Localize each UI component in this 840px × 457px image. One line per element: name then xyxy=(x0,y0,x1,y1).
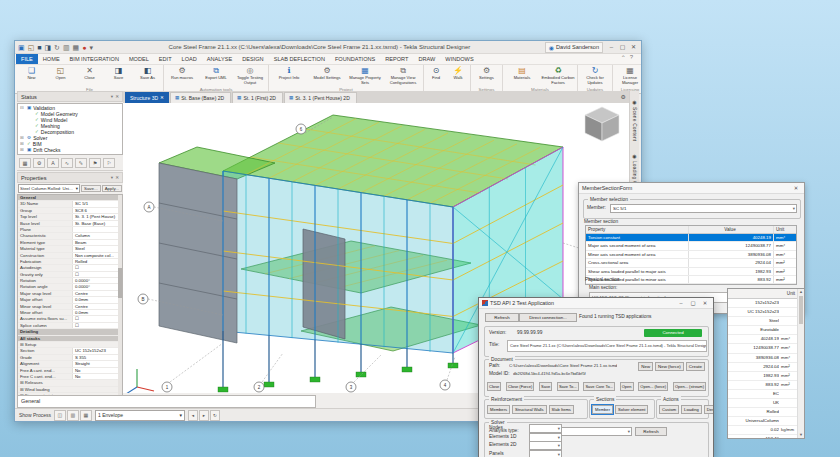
property-value[interactable]: Non composite col... xyxy=(73,253,122,258)
tree-expander-icon[interactable]: ⊞ xyxy=(20,147,25,153)
ribbon-tab[interactable]: BIM INTEGRATION xyxy=(65,54,124,64)
section-property-row[interactable]: 3890936.08 mm⁴ xyxy=(728,354,798,363)
section-property-row[interactable]: EC xyxy=(728,390,798,399)
property-value[interactable]: No xyxy=(73,368,122,373)
status-tree-item[interactable]: ⊞ ▣ Drift Checks xyxy=(18,147,122,153)
tree-expander-icon[interactable]: ⊟ xyxy=(20,105,25,111)
quick-access-icon[interactable]: ● xyxy=(81,42,87,53)
quick-access-icon[interactable]: ↻ xyxy=(53,42,61,53)
view-tab[interactable]: ▦ Structure 3D ✕ xyxy=(125,92,169,103)
status-bar-icon[interactable]: ▦ xyxy=(80,410,92,421)
minimize-button[interactable]: – xyxy=(606,42,617,52)
document-button[interactable]: New (force) xyxy=(655,362,684,371)
table-row[interactable]: Cross-sectional area 2924.04 mm² xyxy=(586,259,796,267)
ribbon-button[interactable]: ⧉ Manage View Configurations xyxy=(385,66,421,85)
ribbon-button[interactable]: ⚙ Settings xyxy=(473,66,500,81)
result-set-selector[interactable]: 1 Envelope▾ xyxy=(95,410,185,421)
document-button[interactable]: Open xyxy=(620,382,634,391)
save-button[interactable]: Save... xyxy=(81,185,101,192)
section-property-row[interactable]: 0.02 kg/mm xyxy=(728,426,798,435)
ribbon-tab[interactable]: DRAW xyxy=(413,54,440,64)
property-value[interactable]: SC8 6 xyxy=(73,208,122,213)
maximize-button[interactable]: ▢ xyxy=(617,42,628,52)
ribbon-tab[interactable]: HOME xyxy=(38,54,65,64)
table-row[interactable]: Torsion constant 40248.19 mm⁴ xyxy=(586,234,796,242)
document-button[interactable]: New xyxy=(638,362,653,371)
ribbon-tab[interactable]: FILE xyxy=(16,54,38,64)
document-button[interactable]: Save Core To... xyxy=(583,382,615,391)
actions-button[interactable]: Loading xyxy=(681,405,702,414)
show-process-label[interactable]: Show Process xyxy=(19,412,51,418)
panel-toolbar-icon[interactable]: ⚐ xyxy=(103,158,115,168)
property-value[interactable]: 0.0000° xyxy=(73,284,122,289)
quick-access-icon[interactable]: ◱ xyxy=(27,42,36,53)
property-value[interactable]: 0.0mm xyxy=(73,297,122,302)
document-button[interactable]: Close (Force) xyxy=(506,382,534,391)
quick-access-icon[interactable]: ▥ xyxy=(62,42,71,53)
ribbon-button[interactable]: ⚙ Model Settings xyxy=(309,66,345,81)
document-button[interactable]: Save To... xyxy=(557,382,579,391)
sections-button[interactable]: Member xyxy=(592,405,613,414)
ribbon-tab[interactable]: FOUNDATIONS xyxy=(330,54,380,64)
apply-button[interactable]: Apply... xyxy=(102,185,122,192)
refresh-button[interactable]: Refresh xyxy=(485,313,519,322)
document-button[interactable]: Open... (stream) xyxy=(673,382,706,391)
property-value[interactable]: St. 3. 1 (Pent House) xyxy=(73,214,122,219)
member-selector[interactable]: SC 5/1 ▾ xyxy=(610,204,797,213)
panel-toolbar-icon[interactable]: A xyxy=(47,158,59,168)
property-value[interactable]: ☐ xyxy=(73,316,122,321)
actions-button[interactable]: Custom xyxy=(659,405,679,414)
ribbon-button[interactable]: ▦ Manage Property Sets xyxy=(347,66,383,85)
panel-pin-icon[interactable]: ▾ xyxy=(111,94,113,99)
ribbon-collapse-icon[interactable]: ⌃ xyxy=(621,54,626,61)
ribbon-button[interactable]: ⚡ Walk xyxy=(448,66,468,81)
ribbon-button[interactable]: ◧ Save As xyxy=(134,66,161,81)
ribbon-tab[interactable]: MODEL xyxy=(124,54,154,64)
ribbon-button[interactable]: ▦ License Manager xyxy=(615,66,641,85)
ribbon-tab[interactable]: LOAD xyxy=(177,54,202,64)
reinforcement-button[interactable]: Slab Items xyxy=(549,405,574,414)
property-value[interactable]: St. Base (Base) xyxy=(73,221,122,226)
table-row[interactable]: Major axis second moment of area 1249003… xyxy=(586,242,796,250)
reinforcement-button[interactable]: Structural Walls xyxy=(512,405,547,414)
ribbon-button[interactable]: ⚙ Run macros xyxy=(166,66,198,81)
section-property-row[interactable]: 883.92 mm² xyxy=(728,381,798,390)
gear-icon[interactable]: ⚙ xyxy=(618,91,629,103)
msf-title-bar[interactable]: MemberSectionForm ✕ xyxy=(579,183,804,194)
ribbon-button[interactable]: ℹ Project Info xyxy=(271,66,307,81)
document-button[interactable]: Open... (force) xyxy=(638,382,668,391)
section-property-row[interactable]: 152.40 mm xyxy=(728,435,798,439)
property-value[interactable]: 0.0000° xyxy=(73,278,122,283)
properties-panel-header[interactable]: Properties ▾✕ xyxy=(17,172,123,183)
view-tab[interactable]: ▦ St. 3. 1 (Pent House) 2D xyxy=(284,92,357,103)
ribbon-button[interactable]: ⧉ Export UML xyxy=(200,66,232,81)
property-value[interactable]: UC 152x152x23 xyxy=(73,348,122,353)
ribbon-tab[interactable]: ANALYSE xyxy=(202,54,237,64)
property-grid-scrollbar[interactable] xyxy=(118,195,122,411)
section-property-row[interactable]: UK xyxy=(728,399,798,408)
reinforcement-button[interactable]: Members xyxy=(487,405,510,414)
status-panel-header[interactable]: Status ▾✕ xyxy=(17,91,123,102)
panel-toolbar-icon[interactable]: ∿ xyxy=(61,158,73,168)
ribbon-button[interactable]: ♻ Embodied Carbon Factors xyxy=(541,66,575,85)
status-nav-button[interactable]: ↻ xyxy=(210,410,220,421)
scrollbar[interactable]: ▲ ▼ xyxy=(797,289,804,438)
view-tab[interactable]: ▦ St. 1 (First) 2D xyxy=(232,92,283,103)
document-button[interactable]: Create xyxy=(686,362,705,371)
quick-access-icon[interactable]: ▣ xyxy=(17,42,26,53)
scene-content-tab[interactable]: ◉ Scene Content xyxy=(632,99,637,141)
property-value[interactable]: ☐ xyxy=(73,272,122,277)
scroll-down-icon[interactable]: ▼ xyxy=(798,432,804,438)
property-value[interactable]: 0.0mm xyxy=(73,310,122,315)
status-nav-button[interactable]: ◂ xyxy=(188,410,198,421)
section-property-row[interactable]: UC 152x152x23 xyxy=(728,308,798,317)
property-set-selector[interactable]: Steel Column Rolled: Uni...▾ xyxy=(18,184,80,193)
ribbon-button[interactable]: ◨ Save xyxy=(105,66,132,81)
property-value[interactable]: SC 5/1 xyxy=(73,201,122,206)
property-value[interactable]: Beam xyxy=(73,240,122,245)
property-value[interactable]: Centre xyxy=(73,304,122,309)
scroll-up-icon[interactable]: ▲ xyxy=(798,289,804,295)
section-property-row[interactable]: 12490038.77 mm⁴ xyxy=(728,344,798,353)
view-tab[interactable]: ▦ St. Base (Base) 2D xyxy=(170,92,231,103)
section-property-row[interactable]: Rolled xyxy=(728,408,798,417)
